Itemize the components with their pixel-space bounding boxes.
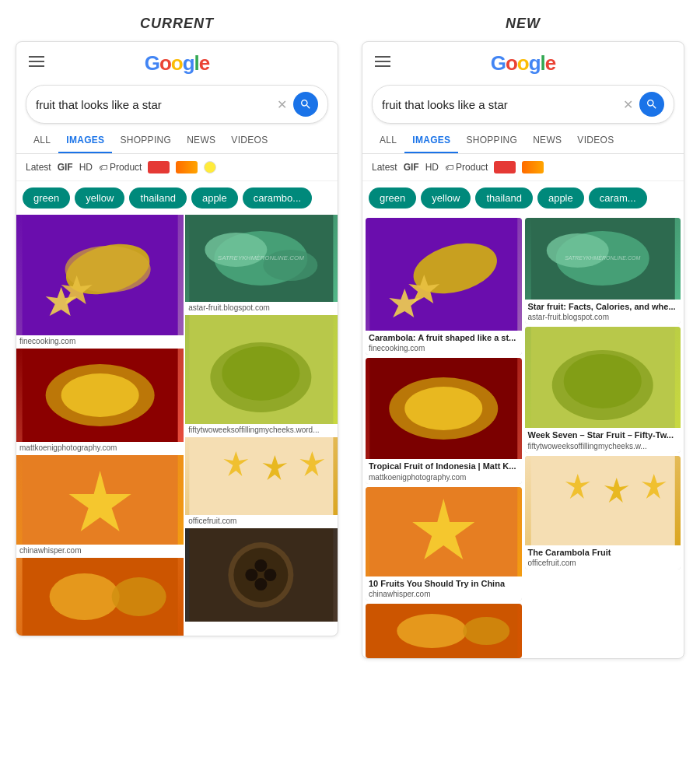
current-chip-bar: green yellow thailand apple carambo...: [16, 181, 338, 215]
new-tab-images[interactable]: IMAGES: [404, 128, 458, 153]
new-img-4-subtitle: fiftytwoweeksoffillingmycheeks.w...: [525, 441, 681, 453]
new-filter-gif[interactable]: GIF: [404, 160, 419, 174]
new-col-left: Carambola: A fruit shaped like a st... f…: [366, 218, 522, 658]
new-chip-apple[interactable]: apple: [537, 187, 584, 209]
current-phone-frame: Google ✕ ALL IMAGES SHOPPING NEWS VIDEOS: [16, 41, 338, 636]
new-img-3[interactable]: Tropical Fruit of Indonesia | Matt K... …: [366, 358, 522, 483]
new-search-input[interactable]: [382, 98, 623, 111]
svg-point-38: [404, 387, 482, 430]
svg-point-7: [61, 373, 139, 417]
current-img-1[interactable]: finecooking.com: [16, 215, 184, 347]
current-img-5-caption: chinawhisper.com: [16, 545, 184, 556]
new-img-4-title: Week Seven – Star Fruit – Fifty-Tw...: [525, 428, 681, 440]
current-search-bar[interactable]: ✕: [26, 85, 328, 124]
chip-green[interactable]: green: [23, 187, 70, 209]
current-col-left: finecooking.com mattkoenigphotography.co…: [16, 215, 184, 636]
filter-color-red[interactable]: [148, 161, 170, 173]
svg-point-43: [463, 617, 509, 645]
new-chip-green[interactable]: green: [369, 187, 416, 209]
svg-point-29: [255, 559, 268, 572]
new-google-logo: Google: [491, 51, 556, 75]
current-search-button[interactable]: [293, 92, 318, 117]
new-img-6-title: The Carambola Fruit: [525, 545, 681, 558]
google-logo: Google: [145, 51, 210, 75]
hamburger-icon[interactable]: [29, 56, 44, 67]
tab-news[interactable]: NEWS: [179, 128, 223, 153]
new-filter-product[interactable]: Product: [445, 160, 488, 174]
chip-thailand[interactable]: thailand: [129, 187, 187, 209]
new-chip-bar: green yellow thailand apple caram...: [362, 181, 684, 215]
current-img-2[interactable]: SATREYKHMÈRONLINE.COM astar-fruit.blogsp…: [185, 215, 338, 314]
tab-images[interactable]: IMAGES: [58, 128, 112, 153]
filter-color-yellow[interactable]: [204, 161, 216, 173]
filter-color-orange[interactable]: [176, 161, 198, 173]
tab-shopping[interactable]: SHOPPING: [112, 128, 179, 153]
new-img-2-subtitle: astar-fruit.blogspot.com: [525, 312, 681, 324]
new-img-4[interactable]: Week Seven – Star Fruit – Fifty-Tw... fi…: [525, 327, 681, 452]
new-filter-latest[interactable]: Latest: [372, 160, 397, 174]
new-img-5[interactable]: 10 Fruits You Should Try in China chinaw…: [366, 487, 522, 601]
svg-rect-21: [190, 437, 334, 515]
filter-hd[interactable]: HD: [79, 160, 93, 174]
new-tab-news[interactable]: NEWS: [525, 128, 569, 153]
new-tab-all[interactable]: ALL: [372, 128, 404, 153]
new-img-6[interactable]: The Carambola Fruit officefruit.com: [525, 456, 681, 569]
new-img-7[interactable]: [366, 604, 522, 658]
new-phone-frame: Google ✕ ALL IMAGES SHOPPING NEWS VIDEOS: [362, 41, 684, 659]
current-nav-tabs: ALL IMAGES SHOPPING NEWS VIDEOS: [16, 128, 338, 154]
new-search-bar[interactable]: ✕: [372, 85, 674, 124]
new-tab-shopping[interactable]: SHOPPING: [458, 128, 525, 153]
new-hamburger-icon[interactable]: [375, 56, 390, 67]
new-header: Google: [362, 42, 684, 80]
current-img-5[interactable]: chinawhisper.com: [16, 455, 184, 556]
new-img-5-subtitle: chinawhisper.com: [366, 589, 522, 601]
current-img-2-caption: astar-fruit.blogspot.com: [185, 302, 338, 314]
filter-gif[interactable]: GIF: [58, 160, 73, 174]
new-filter-hd[interactable]: HD: [425, 160, 439, 174]
chip-yellow[interactable]: yellow: [75, 187, 124, 209]
svg-point-31: [255, 578, 268, 591]
tab-videos[interactable]: VIDEOS: [223, 128, 275, 153]
new-chip-caram[interactable]: caram...: [589, 187, 647, 209]
new-img-5-title: 10 Fruits You Should Try in China: [366, 576, 522, 589]
chip-carambola[interactable]: carambo...: [243, 187, 312, 209]
new-img-3-title: Tropical Fruit of Indonesia | Matt K...: [366, 459, 522, 471]
current-img-3[interactable]: mattkoenigphotography.com: [16, 349, 184, 454]
current-image-grid: finecooking.com mattkoenigphotography.co…: [16, 215, 338, 636]
svg-rect-51: [530, 456, 674, 545]
new-search-button[interactable]: [639, 92, 664, 117]
new-clear-button[interactable]: ✕: [623, 97, 633, 112]
current-img-8[interactable]: [185, 528, 338, 622]
current-img-3-caption: mattkoenigphotography.com: [16, 442, 184, 454]
new-tab-videos[interactable]: VIDEOS: [569, 128, 621, 153]
new-label: NEW: [506, 16, 541, 32]
new-img-1-subtitle: finecooking.com: [366, 343, 522, 355]
current-clear-button[interactable]: ✕: [277, 97, 287, 112]
svg-point-30: [264, 569, 277, 581]
current-img-4[interactable]: fiftytwoweeksoffillingmycheeks.word...: [185, 315, 338, 436]
new-img-1[interactable]: Carambola: A fruit shaped like a st... f…: [366, 218, 522, 355]
svg-point-28: [246, 569, 258, 581]
current-img-6-caption: officefruit.com: [185, 515, 338, 527]
tab-all[interactable]: ALL: [26, 128, 58, 153]
filter-latest[interactable]: Latest: [26, 160, 51, 174]
new-filter-color-red[interactable]: [494, 161, 516, 173]
current-label: CURRENT: [140, 16, 214, 32]
new-img-2[interactable]: SATREYKHMÈRONLINE.COM Star fruit: Facts,…: [525, 218, 681, 324]
current-img-4-caption: fiftytwoweeksoffillingmycheeks.word...: [185, 424, 338, 436]
current-img-1-caption: finecooking.com: [16, 335, 184, 347]
svg-text:SATREYKHMÈRONLINE.COM: SATREYKHMÈRONLINE.COM: [565, 254, 640, 261]
new-filter-color-orange[interactable]: [522, 161, 544, 173]
current-img-6[interactable]: officefruit.com: [185, 437, 338, 527]
svg-point-15: [205, 233, 268, 267]
current-img-7[interactable]: [16, 558, 184, 636]
filter-product[interactable]: Product: [99, 160, 142, 174]
svg-point-20: [222, 346, 300, 401]
new-col-right: SATREYKHMÈRONLINE.COM Star fruit: Facts,…: [525, 218, 681, 658]
current-search-input[interactable]: [36, 98, 277, 111]
new-chip-yellow[interactable]: yellow: [421, 187, 471, 209]
svg-text:SATREYKHMÈRONLINE.COM: SATREYKHMÈRONLINE.COM: [218, 254, 304, 261]
new-chip-thailand[interactable]: thailand: [475, 187, 533, 209]
new-image-grid: Carambola: A fruit shaped like a st... f…: [362, 215, 684, 658]
chip-apple[interactable]: apple: [191, 187, 238, 209]
